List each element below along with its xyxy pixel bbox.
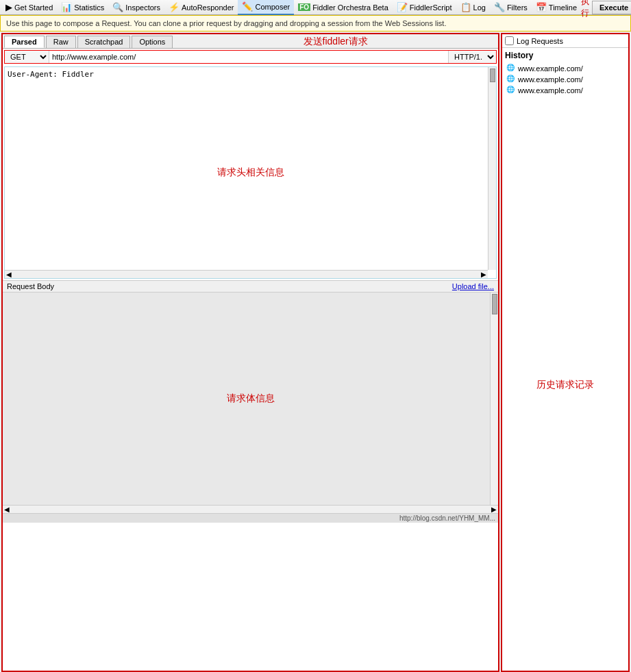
execute-button[interactable]: Execute: [592, 1, 631, 14]
headers-scrollbar-v[interactable]: [488, 67, 496, 270]
statistics-icon: 📊: [61, 2, 72, 12]
history-section: History 🌐 www.example.com/ 🌐 www.example…: [502, 48, 628, 99]
body-header: Request Body Upload file...: [3, 281, 498, 293]
body-scroll-left: ◀: [3, 506, 11, 513]
left-panel: Parsed Raw Scratchpad Options 发送fiddler请…: [1, 33, 499, 672]
log-requests-row: Log Requests: [502, 34, 628, 48]
status-text: http://blog.csdn.net/YHM_MM...: [399, 514, 495, 522]
history-url-2: www.example.com/: [518, 86, 583, 95]
body-scrollbar-v[interactable]: [490, 293, 498, 505]
toolbar-autoresponder[interactable]: ⚡ AutoResponder: [164, 0, 238, 15]
main-layout: Parsed Raw Scratchpad Options 发送fiddler请…: [0, 32, 631, 672]
chinese-send-label: 发送fiddler请求: [174, 36, 497, 48]
history-url-0: www.example.com/: [518, 64, 583, 73]
body-label: Request Body: [7, 282, 54, 290]
log-icon: 📋: [460, 2, 471, 12]
history-icon-0: 🌐: [506, 64, 516, 73]
scroll-right-arrow: ▶: [480, 271, 488, 278]
composer-icon: ✏️: [242, 1, 253, 12]
autoresponder-icon: ⚡: [169, 2, 180, 12]
right-inner: 历史请求记录: [502, 99, 628, 671]
right-chinese-label: 历史请求记录: [536, 379, 594, 391]
toolbar-orchestra[interactable]: FO Fiddler Orchestra Beta: [294, 0, 393, 15]
toolbar-timeline[interactable]: 📅 Timeline: [532, 0, 581, 15]
headers-scrollbar-v-thumb: [490, 69, 495, 82]
get-started-icon: ▶: [5, 2, 12, 12]
history-item-0[interactable]: 🌐 www.example.com/: [505, 63, 626, 74]
headers-textarea[interactable]: User-Agent: Fiddler: [5, 67, 496, 278]
toolbar-get-started[interactable]: ▶ Get Started: [1, 0, 57, 15]
orchestra-icon: FO: [298, 3, 310, 11]
log-requests-label: Log Requests: [517, 37, 563, 45]
body-textarea[interactable]: [3, 293, 498, 505]
tab-bar: Parsed Raw Scratchpad Options 发送fiddler请…: [3, 34, 498, 49]
upload-link[interactable]: Upload file...: [452, 282, 494, 290]
toolbar-fiddlerscript[interactable]: 📝 FiddlerScript: [393, 0, 456, 15]
toolbar-inspectors[interactable]: 🔍 Inspectors: [108, 0, 164, 15]
history-url-1: www.example.com/: [518, 75, 583, 84]
info-bar: Use this page to compose a Request. You …: [0, 15, 631, 32]
inspectors-icon: 🔍: [112, 2, 123, 12]
tab-scratchpad[interactable]: Scratchpad: [77, 36, 131, 48]
history-item-2[interactable]: 🌐 www.example.com/: [505, 85, 626, 96]
history-title: History: [505, 51, 626, 60]
history-icon-2: 🌐: [506, 86, 516, 95]
url-bar: GET POST PUT DELETE HEAD OPTIONS PATCH H…: [4, 50, 497, 64]
tab-options[interactable]: Options: [132, 36, 173, 48]
filters-icon: 🔧: [494, 2, 505, 12]
method-select[interactable]: GET POST PUT DELETE HEAD OPTIONS PATCH: [5, 51, 49, 63]
tab-parsed[interactable]: Parsed: [4, 36, 45, 48]
history-item-1[interactable]: 🌐 www.example.com/: [505, 74, 626, 85]
chinese-execute-label: 执行: [581, 0, 589, 19]
history-icon-1: 🌐: [506, 75, 516, 84]
headers-area: User-Agent: Fiddler 请求头相关信息 ◀ ▶: [4, 66, 497, 279]
tab-raw[interactable]: Raw: [46, 36, 76, 48]
body-textarea-wrapper: 请求体信息: [3, 293, 498, 505]
toolbar-filters[interactable]: 🔧 Filters: [490, 0, 532, 15]
timeline-icon: 📅: [536, 2, 547, 12]
body-scrollbar-v-thumb: [492, 294, 497, 314]
right-panel: Log Requests History 🌐 www.example.com/ …: [501, 33, 630, 672]
toolbar-composer[interactable]: ✏️ Composer: [238, 0, 294, 15]
body-scroll-right: ▶: [490, 506, 498, 513]
url-input[interactable]: [49, 51, 448, 62]
toolbar-log[interactable]: 📋 Log: [456, 0, 490, 15]
info-text: Use this page to compose a Request. You …: [6, 19, 625, 27]
body-section: Request Body Upload file... 请求体信息 ◀ ▶: [3, 280, 498, 513]
headers-scrollbar-h[interactable]: ◀ ▶: [5, 270, 488, 278]
status-bar: http://blog.csdn.net/YHM_MM...: [3, 513, 498, 523]
fiddlerscript-icon: 📝: [397, 2, 408, 12]
protocol-select[interactable]: HTTP/1.1 HTTP/2: [448, 51, 496, 63]
scroll-left-arrow: ◀: [5, 271, 13, 278]
log-requests-checkbox[interactable]: [505, 36, 514, 45]
toolbar-statistics[interactable]: 📊 Statistics: [57, 0, 108, 15]
body-scrollbar-h[interactable]: ◀ ▶: [3, 505, 498, 513]
toolbar: ▶ Get Started 📊 Statistics 🔍 Inspectors …: [0, 0, 631, 15]
